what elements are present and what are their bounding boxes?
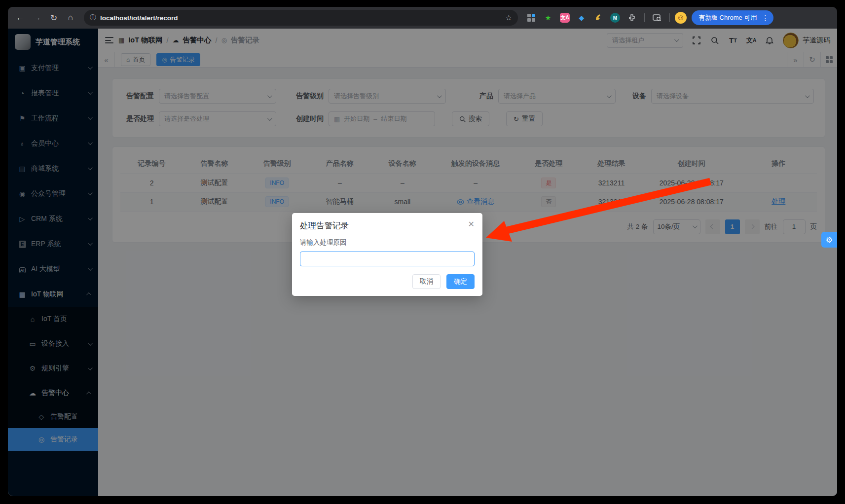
cancel-button[interactable]: 取消	[412, 274, 441, 289]
extensions-puzzle-icon[interactable]	[625, 11, 638, 24]
url-text: localhost/iot/alert/record	[100, 14, 502, 22]
profile-avatar-icon[interactable]: ☺	[675, 12, 687, 24]
reload-icon[interactable]: ↻	[46, 10, 61, 25]
extension-grid-icon[interactable]	[525, 11, 538, 24]
browser-window: ← → ↻ ⌂ ⓘ localhost/iot/alert/record ☆ ★…	[8, 7, 837, 496]
gear-icon: ⚙	[826, 235, 833, 245]
site-info-icon[interactable]: ⓘ	[90, 13, 96, 22]
handle-reason-input[interactable]	[300, 252, 475, 266]
close-icon[interactable]: ✕	[468, 220, 475, 228]
extension-broom-icon[interactable]	[592, 11, 605, 24]
forward-icon[interactable]: →	[30, 10, 44, 25]
extension-translate-icon[interactable]: 文A	[558, 11, 571, 24]
extension-gem-icon[interactable]: ◆	[575, 11, 588, 24]
dialog-title: 处理告警记录	[300, 220, 349, 231]
bookmark-star-icon[interactable]: ☆	[506, 13, 512, 22]
settings-gear-button[interactable]: ⚙	[821, 232, 837, 248]
back-icon[interactable]: ←	[13, 10, 28, 25]
tab-search-icon[interactable]	[651, 11, 663, 24]
toolbar-divider	[669, 13, 670, 22]
toolbar-divider	[644, 13, 645, 22]
confirm-button[interactable]: 确定	[446, 274, 475, 289]
extension-star-icon[interactable]: ★	[542, 11, 554, 24]
handle-alert-dialog: 处理告警记录 ✕ 请输入处理原因 取消 确定	[292, 213, 482, 296]
app-root: 芋道管理系统 ▣ 支付管理 ◔ 报表管理 ⚑ 工作流程 ♁ 会员中心	[8, 29, 837, 496]
extension-m-icon[interactable]: M	[609, 11, 622, 24]
dialog-prompt: 请输入处理原因	[300, 238, 475, 247]
browser-menu-icon[interactable]: ⋮	[760, 14, 771, 22]
chrome-update-button[interactable]: 有新版 Chrome 可用 ⋮	[692, 10, 773, 25]
address-bar[interactable]: ⓘ localhost/iot/alert/record ☆	[84, 10, 518, 26]
browser-toolbar: ← → ↻ ⌂ ⓘ localhost/iot/alert/record ☆ ★…	[8, 7, 837, 29]
home-icon[interactable]: ⌂	[63, 10, 78, 25]
